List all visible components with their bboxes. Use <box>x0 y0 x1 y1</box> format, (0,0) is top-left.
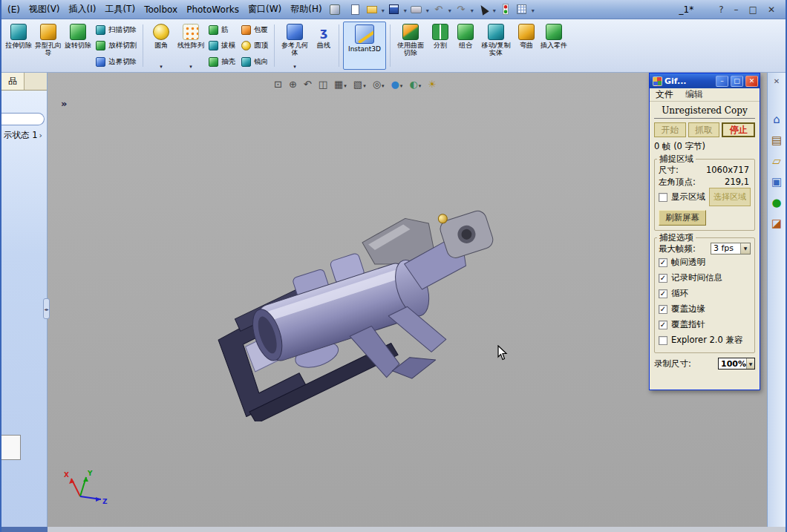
cover-edges-checkbox[interactable]: ✓ 覆盖边缘 <box>659 301 751 317</box>
gif-menu-edit[interactable]: 编辑 <box>685 88 703 101</box>
lofted-cut-button[interactable]: 放样切割 <box>94 39 138 53</box>
menu-view[interactable]: 视图(V) <box>25 1 65 18</box>
redo-icon[interactable] <box>454 3 468 16</box>
edit-appearance-icon[interactable]: ● <box>391 79 403 90</box>
loop-checkbox[interactable]: ✓ 循环 <box>659 286 751 301</box>
record-size-dropdown[interactable]: 100% <box>718 358 755 370</box>
boundary-cut-button[interactable]: 边界切除 <box>94 55 138 68</box>
save-dropdown-icon[interactable] <box>404 4 407 15</box>
combine-button[interactable]: 组合 <box>454 22 477 70</box>
instant3d-button[interactable]: Instant3D <box>343 22 386 70</box>
open-document-icon[interactable] <box>365 3 379 16</box>
3d-model-part[interactable] <box>196 206 523 421</box>
frame-transparency-checkbox[interactable]: ✓ 帧间透明 <box>659 254 751 270</box>
dome-button[interactable]: 圆顶 <box>240 39 270 53</box>
menu-window[interactable]: 窗口(W) <box>244 1 286 18</box>
reference-geometry-button[interactable]: 参考几何体 <box>278 22 311 70</box>
menu-insert[interactable]: 插入(I) <box>65 1 101 18</box>
start-button[interactable]: 开始 <box>654 122 686 137</box>
save-icon[interactable] <box>388 3 401 16</box>
design-library-icon[interactable]: ▤ <box>771 134 782 146</box>
gif-menu-file[interactable]: 文件 <box>656 88 673 101</box>
panel-splitter-handle[interactable] <box>43 298 50 319</box>
grid-dropdown-icon[interactable] <box>532 4 535 15</box>
restore-button[interactable]: □ <box>749 4 757 15</box>
menu-tools[interactable]: 工具(T) <box>100 1 140 18</box>
cut-with-surface-button[interactable]: 使用曲面切除 <box>394 22 427 70</box>
curves-button[interactable]: ʒ 曲线 <box>313 22 335 70</box>
sketch-grid-icon[interactable] <box>515 3 529 16</box>
feature-tree-tab[interactable]: 品 <box>1 73 25 90</box>
redo-dropdown-icon[interactable] <box>471 4 474 15</box>
view-orientation-icon[interactable]: ▦ <box>334 79 347 90</box>
undo-icon[interactable] <box>432 3 445 16</box>
photoworks-ball-icon[interactable]: ● <box>771 197 781 208</box>
gif-title-bar[interactable]: Gif... – □ ✕ <box>650 73 760 88</box>
new-document-icon[interactable] <box>349 3 362 16</box>
menu-edit[interactable]: (E) <box>3 2 25 17</box>
pattern-dropdown-icon[interactable] <box>189 64 192 70</box>
wrap-button[interactable]: 包覆 <box>240 23 270 36</box>
fps-dropdown-arrow-icon[interactable] <box>740 243 750 254</box>
select-pointer-icon[interactable] <box>477 3 490 16</box>
help-button[interactable]: ? <box>719 4 723 15</box>
pointer-dropdown-icon[interactable] <box>493 4 496 15</box>
record-size-dropdown-arrow-icon[interactable] <box>746 358 754 369</box>
select-area-button[interactable]: 选择区域 <box>709 188 751 206</box>
shell-button[interactable]: 抽壳 <box>207 55 237 68</box>
show-area-checkbox[interactable]: 显示区域 选择区域 <box>659 188 751 206</box>
fps-dropdown[interactable]: 3 fps <box>711 243 751 254</box>
record-time-info-checkbox[interactable]: ✓ 记录时间信息 <box>659 270 751 286</box>
display-style-icon[interactable]: ▧ <box>353 79 366 90</box>
print-dropdown-icon[interactable] <box>426 4 429 15</box>
swept-cut-button[interactable]: 扫描切除 <box>94 23 138 36</box>
refresh-screen-button[interactable]: 刷新屏幕 <box>659 210 706 226</box>
extrude-cut-button[interactable]: 拉伸切除 <box>4 22 33 70</box>
rebuild-traffic-light-icon[interactable] <box>499 3 512 16</box>
task-pane-close-icon[interactable]: ✕ <box>774 77 780 85</box>
zoom-area-icon[interactable]: ⊕ <box>289 79 297 90</box>
previous-view-icon[interactable]: ↶ <box>304 79 312 90</box>
mirror-button[interactable]: 镜向 <box>240 55 270 68</box>
appearance-palette-icon[interactable]: ◪ <box>771 217 782 229</box>
flex-button[interactable]: 弯曲 <box>515 22 538 70</box>
gif-maximize-button[interactable]: □ <box>731 76 743 87</box>
display-state-label[interactable]: 示状态 1 <box>4 130 42 141</box>
display-state-combo[interactable] <box>1 113 45 125</box>
home-icon[interactable]: ⌂ <box>773 114 780 125</box>
bottom-scrollbar[interactable] <box>1 527 786 532</box>
view-settings-icon[interactable]: ☀ <box>428 79 437 90</box>
print-icon[interactable] <box>410 3 423 16</box>
menu-help[interactable]: 帮助(H) <box>286 1 326 18</box>
open-dropdown-icon[interactable] <box>382 4 385 15</box>
expand-panel-button[interactable]: » <box>61 98 67 109</box>
revolve-cut-button[interactable]: 旋转切除 <box>64 22 92 70</box>
gif-close-button[interactable]: ✕ <box>745 76 758 87</box>
zoom-fit-icon[interactable]: ⊡ <box>274 79 282 90</box>
apply-scene-icon[interactable]: ◐ <box>409 79 421 90</box>
hide-show-items-icon[interactable]: ◎ <box>373 79 385 90</box>
cover-pointer-checkbox[interactable]: ✓ 覆盖指针 <box>659 317 751 332</box>
grab-button[interactable]: 抓取 <box>688 122 720 137</box>
linear-pattern-button[interactable]: 线性阵列 <box>177 22 205 70</box>
file-explorer-icon[interactable]: ▱ <box>772 155 781 167</box>
gif-minimize-button[interactable]: – <box>716 76 728 87</box>
insert-part-button[interactable]: 插入零件 <box>540 22 568 70</box>
reference-geometry-dropdown-icon[interactable] <box>293 64 296 70</box>
undo-dropdown-icon[interactable] <box>448 4 451 15</box>
fillet-button[interactable]: 圆角 <box>147 22 175 70</box>
split-button[interactable]: 分割 <box>428 22 452 70</box>
fillet-dropdown-icon[interactable] <box>160 64 163 70</box>
hole-wizard-button[interactable]: 异型孔向导 <box>34 22 62 70</box>
explorer-compat-checkbox[interactable]: Explorer 2.0 兼容 <box>659 332 751 348</box>
draft-button[interactable]: 拔模 <box>207 39 237 53</box>
move-copy-body-button[interactable]: 移动/复制实体 <box>479 22 513 70</box>
menu-photoworks[interactable]: PhotoWorks <box>182 2 244 17</box>
section-view-icon[interactable]: ◫ <box>319 79 327 90</box>
stop-button[interactable]: 停止 <box>722 122 755 137</box>
close-button[interactable]: ✕ <box>768 4 775 15</box>
minimize-button[interactable]: – <box>734 4 739 15</box>
rib-button[interactable]: 筋 <box>207 23 237 36</box>
view-palette-icon[interactable]: ▣ <box>771 176 782 188</box>
menu-toolbox[interactable]: Toolbox <box>140 2 182 17</box>
